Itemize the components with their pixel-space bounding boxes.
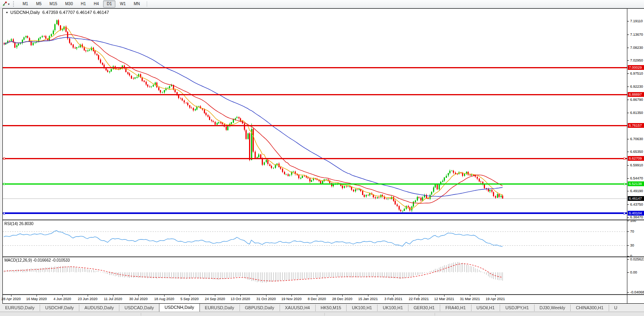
date-label: 28 Dec 2020 bbox=[332, 297, 352, 301]
rsi-canvas[interactable] bbox=[3, 221, 627, 256]
date-axis[interactable]: 28 Apr 202016 May 20204 Jun 202023 Jun 2… bbox=[3, 295, 627, 303]
hline-7.00029[interactable] bbox=[3, 67, 627, 68]
panel-separator[interactable] bbox=[2, 256, 644, 257]
timeframe-button-h1[interactable]: H1 bbox=[77, 0, 90, 8]
price-tick-label: 7.19110 bbox=[630, 19, 643, 23]
date-label: 3 Feb 2021 bbox=[384, 297, 402, 301]
hline-6.88897[interactable] bbox=[3, 94, 627, 95]
chart-tab-usdchf-daily[interactable]: USDCHF,Daily bbox=[40, 304, 79, 311]
chart-tab-usoil-h1[interactable]: USOil,H1 bbox=[471, 304, 500, 311]
date-tick bbox=[88, 295, 88, 297]
chart-tab-uk100-h1[interactable]: UK100,H1 bbox=[346, 304, 377, 311]
chart-tab-usdcad-daily[interactable]: USDCAD,Daily bbox=[119, 304, 159, 311]
date-label: 24 Sep 2020 bbox=[205, 297, 225, 301]
hline-anchor-square[interactable] bbox=[623, 183, 625, 185]
chart-tab-fra40-h1[interactable]: FRA40,H1 bbox=[440, 304, 471, 311]
date-tick bbox=[342, 295, 343, 297]
statusbar-separator bbox=[141, 313, 141, 316]
hline-6.62709[interactable] bbox=[3, 158, 627, 159]
chart-tab-eurusd-daily[interactable]: EURUSD,Daily bbox=[0, 304, 40, 311]
hline-6.52138[interactable] bbox=[3, 183, 627, 185]
price-tick-dash bbox=[627, 113, 629, 113]
date-label: 15 Jan 2021 bbox=[358, 297, 378, 301]
chart-tab-eurusd-daily[interactable]: EURUSD,Daily bbox=[200, 304, 240, 311]
hline-anchor-square[interactable] bbox=[3, 212, 5, 214]
macd-scale-dash bbox=[627, 272, 629, 273]
rsi-label: RSI(14) 26.8030 bbox=[4, 222, 33, 226]
hline-anchor-square[interactable] bbox=[623, 212, 625, 214]
date-label: 30 Jul 2020 bbox=[129, 297, 148, 301]
price-tick-label: 6.65350 bbox=[630, 150, 643, 154]
price-badge: 6.62709 bbox=[628, 156, 644, 161]
price-tick-dash bbox=[627, 139, 629, 139]
date-tick bbox=[266, 295, 266, 297]
price-tick-dash bbox=[627, 165, 629, 166]
panel-separator[interactable] bbox=[2, 220, 644, 220]
price-tick-label: 6.59910 bbox=[630, 163, 643, 167]
price-badge: 6.40104 bbox=[628, 211, 644, 216]
symbol-title: USDCNH,Daily bbox=[10, 10, 40, 15]
date-label: 31 Oct 2020 bbox=[256, 297, 276, 301]
date-tick bbox=[393, 295, 394, 297]
date-label: 16 May 2020 bbox=[26, 297, 47, 301]
hline-6.40104[interactable] bbox=[3, 212, 627, 214]
hline-6.76157[interactable] bbox=[3, 125, 627, 126]
chart-arrows-icon[interactable] bbox=[1, 1, 8, 7]
macd-canvas[interactable] bbox=[3, 257, 627, 294]
timeframe-button-mn[interactable]: MN bbox=[130, 0, 144, 8]
chart-tab-u[interactable]: U bbox=[609, 304, 623, 311]
toolbar-grip[interactable] bbox=[13, 1, 15, 7]
collapse-triangle-icon[interactable]: ▼ bbox=[6, 11, 8, 14]
price-badge: 6.52138 bbox=[628, 181, 644, 186]
date-tick bbox=[240, 295, 241, 297]
price-tick-dash bbox=[627, 152, 629, 152]
price-tick-dash bbox=[627, 60, 629, 61]
timeframe-button-h4[interactable]: H4 bbox=[90, 0, 103, 8]
hline-anchor-square[interactable] bbox=[623, 158, 625, 160]
date-label: 4 Jun 2020 bbox=[54, 297, 71, 301]
chart-tab-audusd-daily[interactable]: AUDUSD,Daily bbox=[79, 304, 119, 311]
price-tick-label: 7.02950 bbox=[630, 58, 643, 62]
date-label: 28 Apr 2020 bbox=[2, 297, 21, 301]
chart-tab-bar: EURUSD,DailyUSDCHF,DailyAUDUSD,DailyUSDC… bbox=[0, 304, 644, 312]
main-chart-canvas[interactable] bbox=[3, 8, 627, 220]
timeframe-button-d1[interactable]: D1 bbox=[103, 0, 115, 8]
price-axis[interactable]: 7.191107.136707.082307.029506.975106.922… bbox=[627, 8, 644, 304]
timeframe-button-m30[interactable]: M30 bbox=[61, 0, 76, 8]
price-tick-label: 6.97510 bbox=[630, 71, 643, 75]
date-label: 22 Feb 2021 bbox=[409, 297, 429, 301]
chart-title: ▼USDCNH,Daily 6.47359 6.47707 6.46147 6.… bbox=[6, 10, 109, 15]
date-tick bbox=[215, 295, 215, 297]
chart-tab-uk100-h1[interactable]: UK100,H1 bbox=[377, 304, 408, 311]
window-border-left bbox=[2, 8, 3, 304]
price-tick-label: 7.13670 bbox=[630, 33, 643, 37]
statusbar-separator bbox=[435, 313, 435, 316]
hline-anchor-square[interactable] bbox=[3, 158, 5, 160]
chart-tab-usdcnh-daily[interactable]: USDCNH,Daily bbox=[159, 304, 200, 312]
hline-anchor-square[interactable] bbox=[3, 183, 5, 185]
price-tick-label: 6.86790 bbox=[630, 98, 643, 102]
rsi-scale-label: 70 bbox=[630, 229, 634, 233]
price-badge: 7.00029 bbox=[628, 65, 644, 70]
price-tick-label: 7.08230 bbox=[630, 46, 643, 50]
macd-scale-dash bbox=[627, 292, 629, 293]
date-label: 31 Mar 2021 bbox=[460, 297, 480, 301]
chart-tab-xauusd-h4[interactable]: XAUUSD,H4 bbox=[280, 304, 315, 311]
chart-tab-ger30-h1[interactable]: GER30,H1 bbox=[408, 304, 440, 311]
chart-tab-dj30-weekly[interactable]: DJ30,Weekly bbox=[534, 304, 571, 311]
timeframe-button-w1[interactable]: W1 bbox=[116, 0, 129, 8]
chart-tab-china300-h1[interactable]: CHINA300,H1 bbox=[570, 304, 609, 311]
chart-tab-hk50-m15[interactable]: HK50,M15 bbox=[315, 304, 347, 311]
chart-tab-gbpusd-daily[interactable]: GBPUSD,Daily bbox=[240, 304, 280, 311]
dropdown-caret-icon[interactable]: ▾ bbox=[8, 2, 10, 6]
macd-scale-dash bbox=[627, 259, 629, 260]
price-tick-dash bbox=[627, 100, 629, 100]
chart-tab-usdjpy-h1[interactable]: USDJPY,H1 bbox=[500, 304, 534, 311]
rsi-scale-dash bbox=[627, 221, 629, 221]
timeframe-button-m1[interactable]: M1 bbox=[19, 0, 32, 8]
price-tick-label: 6.54470 bbox=[630, 176, 643, 180]
timeframe-button-m15[interactable]: M15 bbox=[46, 0, 61, 8]
timeframe-button-m5[interactable]: M5 bbox=[33, 0, 45, 8]
panel-separator[interactable] bbox=[2, 294, 644, 295]
date-tick bbox=[11, 295, 12, 297]
